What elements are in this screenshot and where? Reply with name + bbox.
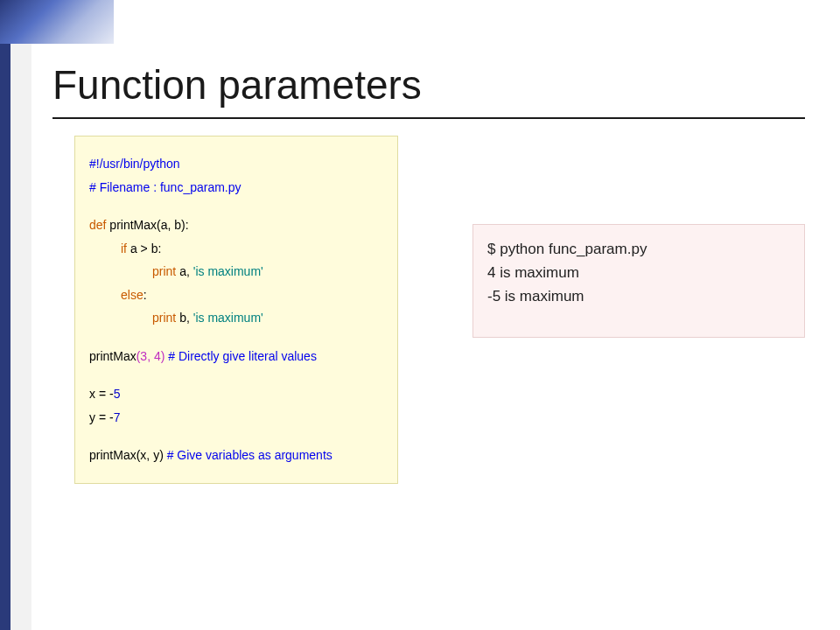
output-line-2: 4 is maximum xyxy=(487,261,790,284)
code-call1-args: (3, 4) xyxy=(136,349,169,363)
code-assign-y-val: 7 xyxy=(114,410,121,424)
code-assign-x-lhs: x = - xyxy=(89,387,114,401)
code-print-keyword-2: print xyxy=(152,311,179,325)
source-code-box: #!/usr/bin/python # Filename : func_para… xyxy=(74,136,398,484)
code-assign-x-val: 5 xyxy=(114,387,121,401)
output-line-3: -5 is maximum xyxy=(487,284,790,308)
code-if-cond: a > b: xyxy=(130,242,161,256)
terminal-output-box: $ python func_param.py 4 is maximum -5 i… xyxy=(472,224,805,338)
code-print-keyword-1: print xyxy=(152,264,179,278)
title-underline xyxy=(52,117,805,119)
code-call2-fn: printMax xyxy=(89,448,136,462)
code-shebang: #!/usr/bin/python xyxy=(89,157,180,171)
code-call1-comment: # Directly give literal values xyxy=(168,349,317,363)
code-def-keyword: def xyxy=(89,218,106,232)
code-call2-args: (x, y) xyxy=(136,448,167,462)
code-call2-comment: # Give variables as arguments xyxy=(167,448,332,462)
code-assign-y-lhs: y = - xyxy=(89,410,114,424)
code-if-keyword: if xyxy=(121,242,130,256)
output-line-1: $ python func_param.py xyxy=(487,237,790,261)
code-filename-comment: # Filename : func_param.py xyxy=(89,180,242,194)
code-func-name: printMax xyxy=(106,218,157,232)
code-print-arg-1: a, xyxy=(179,264,193,278)
accent-side-bar xyxy=(0,44,32,630)
accent-top-gradient xyxy=(0,0,114,44)
code-else-keyword: else xyxy=(121,288,144,302)
code-print-str-1: 'is maximum' xyxy=(193,264,263,278)
code-call1-fn: printMax xyxy=(89,349,136,363)
code-def-params: (a, b): xyxy=(157,218,189,232)
code-else-colon: : xyxy=(144,288,147,302)
code-print-str-2: 'is maximum' xyxy=(193,311,263,325)
slide-title: Function parameters xyxy=(52,61,422,108)
code-print-arg-2: b, xyxy=(179,311,193,325)
